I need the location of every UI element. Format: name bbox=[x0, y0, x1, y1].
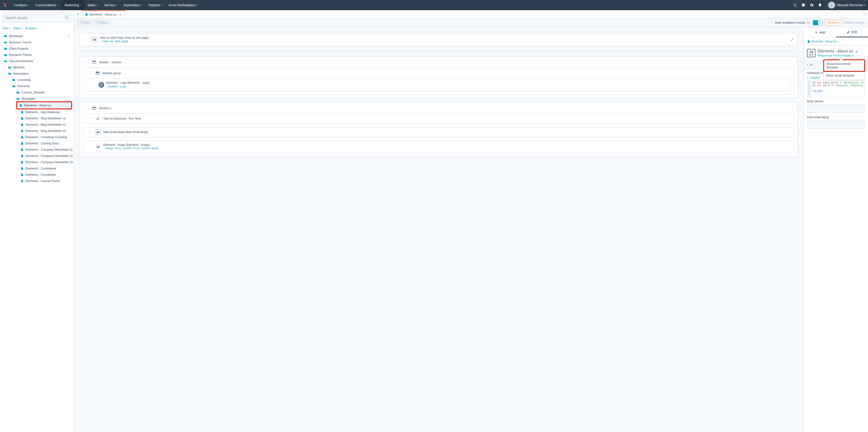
menu-file[interactable]: File ▾ bbox=[3, 26, 10, 30]
emails-label: Make available in emails bbox=[775, 21, 805, 24]
module-group[interactable]: Module group Elements - Logo (Elements -… bbox=[83, 67, 794, 94]
account-name: Inbound Elements bbox=[836, 3, 863, 7]
module-main-body[interactable]: Main Email Body (Main Email Body) bbox=[83, 127, 794, 137]
file-elements-christmas-greeting[interactable]: Elements - Christmas Greeting bbox=[0, 134, 73, 140]
folder-custom-modules[interactable]: Custom_Modules bbox=[0, 89, 73, 95]
nav-reports[interactable]: Reports▾ bbox=[145, 0, 165, 10]
collapse-sidebar-button[interactable] bbox=[74, 10, 82, 18]
gear-icon[interactable] bbox=[807, 0, 816, 10]
file-elements-company-newsletter-v3[interactable]: Elements - Company Newsletter v3 bbox=[0, 159, 73, 165]
chevron-down-icon: ▾ bbox=[807, 63, 808, 66]
folder-elements[interactable]: Elements bbox=[0, 83, 73, 89]
module-image[interactable]: Elements - Image (Elements - Image) .ima… bbox=[83, 141, 794, 153]
undo-button[interactable]: Undo bbox=[77, 20, 93, 26]
svg-rect-7 bbox=[96, 72, 99, 73]
account-menu[interactable]: Inbound Elements ▾ bbox=[828, 2, 865, 8]
tab-elements-about-us[interactable]: Elements - About us ✕ bbox=[82, 10, 125, 18]
folder-modules[interactable]: Modules bbox=[0, 64, 73, 70]
nav-sales[interactable]: Sales▾ bbox=[84, 0, 101, 10]
pencil-icon bbox=[95, 116, 101, 121]
marketplace-icon[interactable] bbox=[799, 0, 807, 10]
nav-contacts[interactable]: Contacts▾ bbox=[11, 0, 32, 10]
nav-marketing[interactable]: Marketing▾ bbox=[61, 0, 84, 10]
nav-automation[interactable]: Automation▾ bbox=[120, 0, 145, 10]
sidebar: File ▾View ▾Actions ▾ @hubspotBusiness T… bbox=[0, 10, 74, 432]
page-title: Elements - About us bbox=[818, 49, 858, 54]
file-elements-blog-newsletter-v3[interactable]: Elements - Blog Newsletter v3 bbox=[0, 128, 73, 134]
popover-item-basic[interactable]: Basic email template bbox=[824, 71, 865, 80]
drag-handle-icon[interactable] bbox=[87, 71, 93, 75]
editor: Elements - About us ✕ ▾ Undo Redo Make a… bbox=[74, 10, 868, 432]
file-elements-about-us[interactable]: Elements - About us bbox=[17, 102, 71, 109]
bell-icon[interactable] bbox=[816, 0, 824, 10]
body-classes-input[interactable] bbox=[807, 104, 865, 113]
folder-inbound-elements[interactable]: Inbound Elements bbox=[0, 58, 73, 64]
drag-handle-icon[interactable] bbox=[90, 83, 96, 87]
drag-handle-icon[interactable] bbox=[83, 38, 89, 41]
emails-toggle[interactable]: ▾ bbox=[813, 20, 823, 25]
file-elements-coming-soon[interactable]: Elements - Coming Soon bbox=[0, 140, 73, 147]
nav-conversations[interactable]: Conversations▾ bbox=[32, 0, 61, 10]
sidebar-menubar: File ▾View ▾Actions ▾ bbox=[0, 25, 73, 32]
preview-button[interactable]: Preview ▾ bbox=[825, 20, 842, 26]
search-icon[interactable] bbox=[791, 0, 799, 10]
search-icon[interactable] bbox=[65, 15, 69, 20]
nav-service[interactable]: Service▾ bbox=[101, 0, 120, 10]
right-panel: Add Edit Elements - About us › bbox=[804, 27, 868, 432]
file-elements-blog-newsletter-v2[interactable]: Elements - Blog Newsletter v2 bbox=[0, 121, 73, 128]
settings-icon[interactable] bbox=[790, 37, 794, 42]
drag-handle-icon[interactable] bbox=[83, 106, 89, 110]
folder-newsletters[interactable]: Newsletters bbox=[0, 70, 73, 77]
close-icon[interactable]: ✕ bbox=[119, 13, 122, 16]
file-elements-blog-newsletter-v1[interactable]: Elements - Blog Newsletter v1 bbox=[0, 115, 73, 121]
folder--hubspot[interactable]: @hubspot bbox=[0, 33, 73, 39]
folder-client-projects[interactable]: Client Projects bbox=[0, 45, 73, 52]
template-type-dropdown[interactable]: Responsive email template ▾ bbox=[818, 54, 858, 57]
section-icon bbox=[92, 106, 97, 110]
canvas: View As Web Page (View as web page) .vie… bbox=[74, 27, 804, 432]
folder-templates[interactable]: Templates bbox=[0, 95, 73, 102]
tab-strip: Elements - About us ✕ ▾ bbox=[74, 10, 868, 18]
tabs-dropdown[interactable]: ▾ bbox=[863, 10, 868, 18]
file-elements-app-download[interactable]: Elements - App Download bbox=[0, 109, 73, 115]
popover-item-responsive[interactable]: Responsive email template bbox=[824, 60, 865, 71]
menu-actions[interactable]: Actions ▾ bbox=[25, 26, 38, 30]
section-1[interactable]: Section 1 Title H2 (Elements - Rich Text… bbox=[80, 103, 798, 156]
menu-view[interactable]: View ▾ bbox=[13, 26, 22, 30]
module-title-h2[interactable]: Title H2 (Elements - Rich Text) bbox=[83, 114, 794, 124]
file-icon bbox=[807, 49, 815, 57]
drag-handle-icon[interactable] bbox=[87, 130, 93, 134]
drag-handle-icon[interactable] bbox=[83, 60, 89, 64]
file-tree: @hubspotBusiness ThemeClient ProjectsEle… bbox=[0, 32, 73, 432]
search-input[interactable] bbox=[2, 12, 71, 23]
edit-title-icon[interactable] bbox=[855, 50, 858, 53]
label-body-classes: Body classes bbox=[807, 100, 865, 103]
file-elements-course-promo[interactable]: Elements - Course Promo bbox=[0, 178, 73, 184]
inline-styling-input[interactable] bbox=[807, 120, 865, 129]
drag-handle-icon[interactable] bbox=[87, 117, 93, 121]
section-header[interactable]: Header - Section Module group bbox=[80, 57, 798, 98]
wand-icon[interactable] bbox=[67, 34, 71, 38]
folder-convertify[interactable]: Convertify bbox=[0, 77, 73, 83]
folder-elements-theme[interactable]: Elements Theme bbox=[0, 52, 73, 58]
module-view-as-web-page[interactable]: View As Web Page (View as web page) .vie… bbox=[80, 33, 798, 46]
svg-rect-5 bbox=[93, 61, 96, 61]
module-logo[interactable]: Elements - Logo (Elements - Logo) .heade… bbox=[87, 78, 790, 91]
info-icon[interactable]: i bbox=[807, 21, 810, 24]
file-elements-company-newsletter-v1[interactable]: Elements - Company Newsletter v1 bbox=[0, 147, 73, 153]
file-elements-countdown[interactable]: Elements - Countdown bbox=[0, 172, 73, 178]
section-icon bbox=[92, 60, 97, 64]
drag-handle-icon[interactable] bbox=[87, 145, 93, 149]
svg-rect-6 bbox=[93, 62, 96, 64]
nav-asset-marketplace[interactable]: Asset Marketplace▾ bbox=[165, 0, 200, 10]
tab-add[interactable]: Add bbox=[804, 27, 836, 37]
file-elements-company-newsletter-v2[interactable]: Elements - Company Newsletter v2 bbox=[0, 153, 73, 159]
tab-edit[interactable]: Edit bbox=[836, 27, 868, 37]
folder-business-theme[interactable]: Business Theme bbox=[0, 39, 73, 45]
tab-label: Elements - About us bbox=[90, 13, 116, 16]
breadcrumb[interactable]: Elements - About us › bbox=[804, 37, 868, 45]
file-elements-conference[interactable]: Elements - Conference bbox=[0, 165, 73, 172]
redo-button[interactable]: Redo bbox=[94, 20, 110, 26]
code-editor[interactable]: 12345 {% set sans_serif = "Helvetica, Ar… bbox=[807, 81, 865, 97]
hubspot-logo[interactable] bbox=[0, 3, 11, 8]
